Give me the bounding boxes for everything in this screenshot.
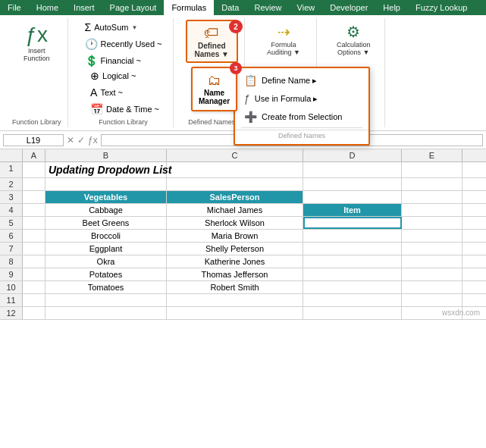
cell-d10[interactable]: [303, 281, 402, 293]
cell-b3-veg-header[interactable]: Vegetables: [45, 191, 167, 203]
tab-formulas[interactable]: Formulas: [164, 0, 214, 15]
tab-file[interactable]: File: [0, 0, 29, 15]
cell-d1[interactable]: [303, 162, 402, 177]
cell-e8[interactable]: [402, 255, 462, 268]
cell-b1[interactable]: Updating Dropdown List: [45, 162, 167, 177]
autosum-button[interactable]: Σ AutoSum ▼: [80, 20, 167, 35]
recently-used-icon: 🕐: [85, 38, 98, 50]
cell-d11[interactable]: [303, 294, 402, 306]
dropdown-divider: [241, 127, 362, 128]
financial-button[interactable]: 💲 Financial ~: [80, 53, 167, 68]
cell-a4[interactable]: [23, 204, 45, 216]
tab-developer[interactable]: Developer: [322, 0, 375, 15]
cell-b7[interactable]: Eggplant: [45, 243, 167, 255]
cell-c6[interactable]: Maria Brown: [167, 230, 303, 242]
cell-d3[interactable]: [303, 191, 402, 203]
cell-b10[interactable]: Tomatoes: [45, 281, 167, 293]
row-1: 1 Updating Dropdown List: [0, 162, 486, 178]
cancel-formula-icon[interactable]: ✕: [67, 135, 74, 146]
cell-e2[interactable]: [402, 178, 462, 190]
cell-a7[interactable]: [23, 243, 45, 255]
cell-a9[interactable]: [23, 268, 45, 280]
cell-c10[interactable]: Robert Smith: [167, 281, 303, 293]
ribbon-group-function-library: Σ AutoSum ▼ 🕐 Recently Used ~ 💲 Financia…: [74, 18, 174, 127]
cell-c2[interactable]: [167, 178, 303, 190]
tab-view[interactable]: View: [290, 0, 323, 15]
cell-b11[interactable]: [45, 294, 167, 306]
cell-b9[interactable]: Potatoes: [45, 268, 167, 280]
cell-a2[interactable]: [23, 178, 45, 190]
cell-c5[interactable]: Sherlock Wilson: [167, 217, 303, 229]
logical-button[interactable]: ⊕ Logical ~: [86, 68, 164, 83]
insert-function-bar-icon[interactable]: ƒx: [88, 135, 98, 146]
row-6: 6 Broccoli Maria Brown: [0, 230, 486, 243]
define-name-menu-item[interactable]: 📋 Define Name ▸: [235, 71, 368, 89]
cell-d2[interactable]: [303, 178, 402, 190]
insert-function-label: InsertFunction: [24, 47, 50, 62]
tab-insert[interactable]: Insert: [66, 0, 102, 15]
cell-b8[interactable]: Okra: [45, 255, 167, 268]
cell-c1[interactable]: [167, 162, 303, 177]
cell-c7[interactable]: Shelly Peterson: [167, 243, 303, 255]
cell-c11[interactable]: [167, 294, 303, 306]
cell-e4[interactable]: [402, 204, 462, 216]
cell-e3[interactable]: [402, 191, 462, 203]
cell-a8[interactable]: [23, 255, 45, 268]
cell-e1[interactable]: [402, 162, 462, 177]
cell-a11[interactable]: [23, 294, 45, 306]
logical-icon: ⊕: [90, 70, 99, 82]
cell-d4-item-header[interactable]: Item: [303, 204, 402, 216]
cell-c3-sales-header[interactable]: SalesPerson: [167, 191, 303, 203]
tab-page-layout[interactable]: Page Layout: [102, 0, 165, 15]
cell-a12[interactable]: [23, 307, 45, 319]
cell-c8[interactable]: Katherine Jones: [167, 255, 303, 268]
recently-used-button[interactable]: 🕐 Recently Used ~: [80, 36, 167, 52]
name-manager-active-button[interactable]: 3 🗂 NameManager: [191, 67, 237, 111]
create-from-selection-menu-item[interactable]: ➕ Create from Selection: [235, 108, 368, 126]
cell-e9[interactable]: [402, 268, 462, 280]
cell-e5[interactable]: [402, 217, 462, 229]
col-header-c: C: [167, 149, 303, 161]
cell-b2[interactable]: [45, 178, 167, 190]
cell-e6[interactable]: [402, 230, 462, 242]
cell-e11[interactable]: [402, 294, 462, 306]
cell-d8[interactable]: [303, 255, 402, 268]
cell-e10[interactable]: [402, 281, 462, 293]
name-box[interactable]: [3, 134, 64, 146]
defined-names-icon: 🏷: [204, 24, 219, 42]
tab-review[interactable]: Review: [246, 0, 289, 15]
cell-a3[interactable]: [23, 191, 45, 203]
cell-a1[interactable]: [23, 162, 45, 177]
tab-data[interactable]: Data: [214, 0, 246, 15]
tab-fuzzy-lookup[interactable]: Fuzzy Lookup: [408, 0, 475, 15]
cell-a10[interactable]: [23, 281, 45, 293]
cell-d5[interactable]: [303, 217, 402, 229]
cell-d12[interactable]: [303, 307, 402, 319]
col-header-b: B: [45, 149, 167, 161]
cell-a6[interactable]: [23, 230, 45, 242]
cell-a5[interactable]: [23, 217, 45, 229]
tab-home[interactable]: Home: [29, 0, 66, 15]
cell-b5[interactable]: Beet Greens: [45, 217, 167, 229]
insert-function-button[interactable]: ƒx InsertFunction: [17, 20, 56, 65]
cell-c12[interactable]: [167, 307, 303, 319]
cell-c4[interactable]: Michael James: [167, 204, 303, 216]
text-button[interactable]: A Text ~: [86, 85, 164, 100]
cell-b12[interactable]: [45, 307, 167, 319]
cell-d6[interactable]: [303, 230, 402, 242]
enter-formula-icon[interactable]: ✓: [77, 135, 85, 146]
row-header-2: 2: [0, 178, 23, 190]
formula-auditing-button[interactable]: ⇢ FormulaAuditing ▼: [257, 20, 310, 59]
row-header-7: 7: [0, 243, 23, 255]
cell-e7[interactable]: [402, 243, 462, 255]
date-time-button[interactable]: 📅 Date & Time ~: [86, 102, 164, 117]
cell-b6[interactable]: Broccoli: [45, 230, 167, 242]
cell-d7[interactable]: [303, 243, 402, 255]
cell-d9[interactable]: [303, 268, 402, 280]
cell-b4[interactable]: Cabbage: [45, 204, 167, 216]
use-in-formula-menu-item[interactable]: ƒ Use in Formula ▸: [235, 89, 368, 108]
cell-c9[interactable]: Thomas Jefferson: [167, 268, 303, 280]
row-4: 4 Cabbage Michael James Item: [0, 204, 486, 217]
calculation-options-button[interactable]: ⚙ CalculationOptions ▼: [329, 20, 378, 59]
tab-help[interactable]: Help: [375, 0, 408, 15]
